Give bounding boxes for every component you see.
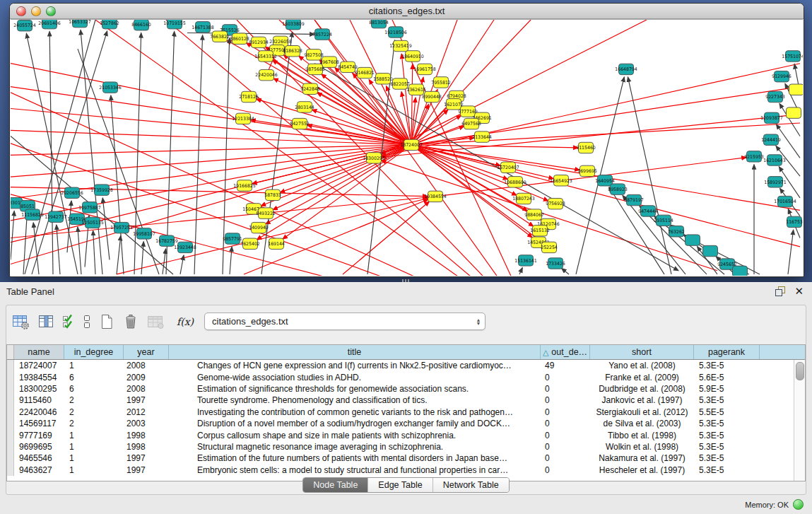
table-row[interactable]: 9699695 1 1998 Structural magnetic reson… [7,441,805,452]
graph-edge[interactable] [141,242,143,274]
cell-title[interactable]: Estimation of significance thresholds fo… [169,384,541,394]
table-row[interactable]: 18724007 1 2008 Changes of HCN gene expr… [7,360,805,371]
row-height-icon[interactable] [83,312,91,332]
graph-edge[interactable] [49,31,53,274]
cell-in-degree[interactable]: 1 [64,431,124,440]
graph-edge[interactable] [788,230,794,274]
cell-in-degree[interactable]: 1 [64,361,124,370]
column-header-out-degree[interactable]: △ out_de… [541,345,590,359]
cell-short[interactable]: Hescheler et al. (1997) [590,465,694,475]
graph-edge[interactable] [11,211,14,259]
graph-edge[interactable] [261,145,411,206]
cell-year[interactable]: 1997 [124,465,169,475]
cell-title[interactable]: Embryonic stem cells: a model to study s… [169,465,541,475]
cell-year[interactable]: 2009 [124,373,169,382]
cell-out-degree[interactable]: 0 [541,384,590,394]
graph-node[interactable] [703,245,718,256]
graph-edge[interactable] [314,20,537,276]
cell-pagerank[interactable]: 5.3E-5 [694,431,760,440]
cell-name[interactable]: 18300295 [14,384,64,394]
cell-pagerank[interactable]: 5.3E-5 [694,395,760,405]
graph-edge[interactable] [163,249,166,274]
cell-title[interactable]: Investigating the contribution of common… [169,407,541,417]
cell-short[interactable]: Stergiakouli et al. (2012) [590,407,694,417]
cell-year[interactable]: 2008 [124,361,169,370]
column-header-title[interactable]: title [169,345,541,359]
graph-edge[interactable] [117,235,121,274]
tab-node-table[interactable]: Node Table [303,478,368,492]
table-row[interactable]: 22420046 2 2012 Investigating the contri… [7,407,805,418]
select-rows-icon[interactable] [62,312,75,332]
table-select[interactable]: citations_edges.txt ▲▼ [204,313,486,330]
scrollbar-thumb[interactable] [796,362,804,380]
cell-title[interactable]: Changes of HCN gene expression and I(f) … [169,361,541,370]
tab-network-table[interactable]: Network Table [433,478,509,492]
cell-in-degree[interactable]: 2 [64,395,124,405]
cell-pagerank[interactable]: 5.3E-5 [694,419,760,428]
delete-table-icon[interactable] [122,312,139,332]
window-titlebar[interactable]: citations_edges.txt [10,4,804,19]
cell-short[interactable]: Jankovic et al. (1997) [590,395,694,405]
cell-title[interactable]: Tourette syndrome. Phenomenology and cla… [169,395,541,405]
cell-name[interactable]: 9465546 [14,453,64,463]
graph-edge[interactable] [562,269,569,274]
graph-edge[interactable] [78,227,81,274]
cell-name[interactable]: 22420046 [14,407,64,417]
cell-pagerank[interactable]: 5.3E-5 [694,453,760,463]
graph-edge[interactable] [230,247,232,274]
zoom-button[interactable] [46,6,56,16]
show-columns-icon[interactable] [37,312,54,332]
cell-in-degree[interactable]: 6 [64,373,124,382]
cell-out-degree[interactable]: 49 [541,361,590,370]
cell-name[interactable]: 14569117 [14,419,64,428]
graph-edge[interactable] [93,230,95,274]
column-header-in-degree[interactable]: in_degree [64,345,124,359]
table-row[interactable]: 14569117 2 2003 Disruption of a novel me… [7,418,805,429]
cell-out-degree[interactable]: 0 [541,407,590,417]
column-header-short[interactable]: short [590,345,694,359]
cell-name[interactable]: 9777169 [14,431,64,440]
cell-short[interactable]: Wolkin et al. (1998) [590,442,694,452]
table-row[interactable]: 18300295 6 2008 Estimation of significan… [7,383,805,395]
graph-edge[interactable] [166,20,537,276]
cell-out-degree[interactable]: 0 [541,395,590,405]
graph-edge[interactable] [411,145,508,180]
graph-node[interactable] [686,235,700,245]
cell-pagerank[interactable]: 5.3E-5 [694,361,760,370]
cell-pagerank[interactable]: 5.3E-5 [694,465,760,475]
cell-out-degree[interactable]: 0 [541,465,590,475]
cell-title[interactable]: Genome-wide association studies in ADHD. [169,373,541,382]
graph-edge[interactable] [25,20,95,274]
table-row[interactable]: 9115460 2 1997 Tourette syndrome. Phenom… [7,395,805,406]
cell-pagerank[interactable]: 5.9E-5 [694,384,760,394]
cell-out-degree[interactable]: 0 [541,419,590,428]
table-row[interactable]: 19384554 6 2009 Genome-wide association … [7,371,805,382]
cell-short[interactable]: Franke et al. (2009) [590,373,694,382]
cell-pagerank[interactable]: 5.3E-5 [694,442,760,452]
graph-node[interactable] [733,266,748,276]
cell-in-degree[interactable]: 2 [64,419,124,428]
close-button[interactable] [16,6,26,16]
column-header-pagerank[interactable]: pagerank [694,345,760,359]
graph-edge[interactable] [411,20,494,145]
cell-short[interactable]: Tibbo et al. (1998) [590,431,694,440]
tab-edge-table[interactable]: Edge Table [368,478,433,492]
cell-title[interactable]: Estimation of the future numbers of pati… [169,453,541,463]
table-settings-icon[interactable] [12,312,30,332]
cell-year[interactable]: 2003 [124,419,169,428]
cell-title[interactable]: Corpus callosum shape and size in male p… [169,431,541,440]
network-canvas[interactable]: 1872400718300295193845542405572420691406… [11,19,803,276]
cell-short[interactable]: Nakamura et al. (1997) [590,453,694,463]
table-row[interactable]: 9463627 1 1997 Embryonic stem cells: a m… [7,465,805,476]
cell-title[interactable]: Disruption of a novel member of a sodium… [169,419,541,428]
cell-name[interactable]: 9463627 [14,465,64,475]
graph-node[interactable] [787,107,801,118]
cell-in-degree[interactable]: 2 [64,407,124,417]
cell-out-degree[interactable]: 0 [541,431,590,440]
cell-title[interactable]: Structural magnetic resonance image aver… [169,442,541,452]
splitter-grip-icon[interactable] [402,279,410,282]
import-table-icon[interactable] [147,312,165,332]
table-vertical-scrollbar[interactable] [794,360,805,481]
cell-name[interactable]: 9699695 [14,442,64,452]
cell-in-degree[interactable]: 1 [64,465,124,475]
